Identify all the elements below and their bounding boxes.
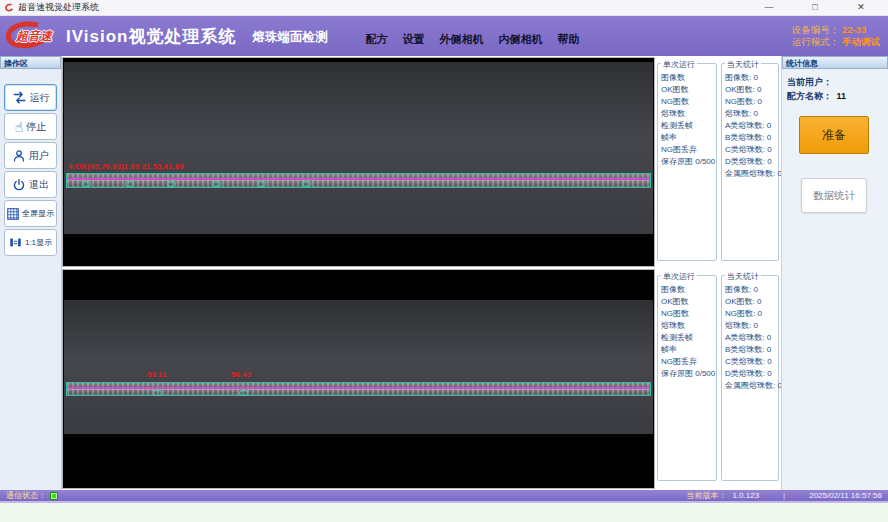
stop-button-label: 停止	[26, 120, 46, 134]
stat-row: OK图数: 0	[725, 84, 778, 96]
menu-item[interactable]: 设置	[402, 32, 424, 47]
stat-row: OK图数	[661, 84, 716, 96]
exit-button[interactable]: 退出	[4, 171, 57, 198]
detection-annotation: 4:OK(85,70.83)1.69 21.53,41.69	[68, 162, 184, 171]
one-to-one-button-label: 1:1显示	[25, 237, 52, 248]
datetime-value: 2025/02/11 16:57:56	[809, 491, 882, 500]
stat-row: D类熔珠数: 0	[725, 156, 778, 168]
stat-row: 保存原图 0/500	[661, 156, 716, 168]
user-icon	[12, 149, 26, 163]
user-button[interactable]: 用户	[4, 142, 57, 169]
stat-row: 帧率	[661, 344, 716, 356]
stop-hand-icon: ☝	[15, 120, 24, 134]
stat-row: C类熔珠数: 0	[725, 356, 778, 368]
device-number-label: 设备编号：	[792, 24, 840, 35]
run-mode-value: 手动调试	[842, 36, 880, 47]
measurement-value: 53.11	[147, 370, 167, 379]
bead-mark-icon	[125, 181, 134, 187]
data-statistics-button[interactable]: 数据统计	[801, 178, 867, 213]
close-button[interactable]: ✕	[838, 0, 884, 15]
single-run-title: 单次运行	[661, 271, 697, 282]
stat-row: NG图数	[661, 308, 716, 320]
bead-mark-icon	[153, 390, 162, 396]
prepare-button[interactable]: 准备	[799, 116, 869, 154]
comm-status-label: 通信状态：	[6, 490, 46, 501]
version-label: 当前版本：	[686, 490, 726, 501]
inner-camera-view[interactable]: 53.11 56.43	[62, 269, 655, 489]
stat-row: D类熔珠数: 0	[725, 368, 778, 380]
stat-row: 帧率	[661, 132, 716, 144]
app-logo-icon	[4, 3, 14, 13]
single-run-title: 单次运行	[661, 59, 697, 70]
today-stats-group: 当天统计 图像数: 0OK图数: 0NG图数: 0熔珠数: 0A类熔珠数: 0B…	[721, 63, 779, 261]
stat-row: NG图丢弃	[661, 356, 716, 368]
bead-mark-icon	[239, 390, 248, 396]
run-mode-label: 运行模式：	[792, 36, 840, 47]
stat-row: NG图数	[661, 96, 716, 108]
brand-logo: 超音速	[4, 18, 62, 54]
today-stats-rows: 图像数: 0OK图数: 0NG图数: 0熔珠数: 0A类熔珠数: 0B类熔珠数:…	[722, 64, 778, 180]
stop-button[interactable]: ☝ 停止	[4, 113, 57, 140]
stat-row: 熔珠数: 0	[725, 108, 778, 120]
menu-item[interactable]: 配方	[365, 32, 387, 47]
today-stats-group: 当天统计 图像数: 0OK图数: 0NG图数: 0熔珠数: 0A类熔珠数: 0B…	[721, 275, 779, 481]
operation-sidebar: 操作区 运行 ☝ 停止 用户	[0, 56, 62, 490]
main-menu: 配方设置外侧相机内侧相机帮助	[365, 32, 579, 47]
stat-row: 图像数: 0	[725, 72, 778, 84]
fullscreen-button[interactable]: 全屏显示	[4, 200, 57, 227]
stat-row: 保存原图 0/500	[661, 368, 716, 380]
status-bar: 通信状态： 当前版本： 1.0.123 | 2025/02/11 16:57:5…	[0, 490, 888, 503]
run-button[interactable]: 运行	[4, 84, 57, 111]
comm-status-led	[50, 492, 58, 500]
camera-frame	[64, 62, 653, 234]
menu-item[interactable]: 外侧相机	[439, 32, 483, 47]
outer-camera-view[interactable]: 4:OK(85,70.83)1.69 21.53,41.69	[62, 57, 655, 267]
stat-row: C类熔珠数: 0	[725, 144, 778, 156]
maximize-button[interactable]: □	[792, 0, 838, 15]
stat-row: 图像数	[661, 284, 716, 296]
statistics-info-title: 统计信息	[782, 56, 888, 69]
today-stats-rows: 图像数: 0OK图数: 0NG图数: 0熔珠数: 0A类熔珠数: 0B类熔珠数:…	[722, 276, 778, 392]
fullscreen-button-label: 全屏显示	[22, 208, 54, 219]
window-title: 超音速视觉处理系统	[18, 1, 99, 14]
stat-row: 熔珠数	[661, 108, 716, 120]
desktop-strip	[0, 503, 888, 522]
device-number-value: 22-33	[842, 24, 866, 35]
minimize-button[interactable]: —	[746, 0, 792, 15]
stat-row: 检测丢帧	[661, 120, 716, 132]
stat-row: 金属圈熔珠数: 0	[725, 168, 778, 180]
stat-row: 金属圈熔珠数: 0	[725, 380, 778, 392]
stat-row: 熔珠数	[661, 320, 716, 332]
stat-row: OK图数: 0	[725, 296, 778, 308]
one-to-one-icon	[9, 236, 22, 249]
stat-row: 图像数	[661, 72, 716, 84]
status-separator: |	[783, 491, 785, 500]
logo-text: 超音速	[16, 28, 52, 45]
single-run-group: 单次运行 图像数OK图数NG图数熔珠数检测丢帧帧率NG图丢弃保存原图 0/500	[657, 63, 717, 261]
recipe-name-label: 配方名称：	[787, 91, 832, 101]
single-run-rows: 图像数OK图数NG图数熔珠数检测丢帧帧率NG图丢弃保存原图 0/500	[658, 276, 716, 380]
statistics-info-panel: 统计信息 当前用户： 配方名称： 11 准备 数据统计	[781, 56, 888, 490]
stat-row: A类熔珠数: 0	[725, 120, 778, 132]
menu-item[interactable]: 内侧相机	[498, 32, 542, 47]
menu-item[interactable]: 帮助	[557, 32, 579, 47]
one-to-one-button[interactable]: 1:1显示	[4, 229, 57, 256]
camera-frame	[64, 300, 653, 434]
operation-area-title: 操作区	[0, 56, 61, 69]
stat-row: 熔珠数: 0	[725, 320, 778, 332]
weld-bead-overlay	[66, 382, 651, 396]
bead-mark-icon	[167, 181, 176, 187]
app-header: 超音速 IVision视觉处理系统 熔珠端面检测 配方设置外侧相机内侧相机帮助 …	[0, 16, 888, 56]
stat-row: 检测丢帧	[661, 332, 716, 344]
stat-row: 图像数: 0	[725, 284, 778, 296]
stat-row: OK图数	[661, 296, 716, 308]
stat-row: A类熔珠数: 0	[725, 332, 778, 344]
stat-row: NG图丢弃	[661, 144, 716, 156]
bead-mark-icon	[257, 181, 266, 187]
app-subtitle: 熔珠端面检测	[252, 29, 327, 46]
measurement-value: 56.43	[231, 370, 251, 379]
app-window: 超音速视觉处理系统 — □ ✕ 超音速 IVision视觉处理系统 熔珠端面检测…	[0, 0, 888, 522]
inner-camera-stats: 单次运行 图像数OK图数NG图数熔珠数检测丢帧帧率NG图丢弃保存原图 0/500…	[656, 269, 780, 489]
single-run-rows: 图像数OK图数NG图数熔珠数检测丢帧帧率NG图丢弃保存原图 0/500	[658, 64, 716, 168]
current-user-label: 当前用户：	[787, 77, 832, 87]
